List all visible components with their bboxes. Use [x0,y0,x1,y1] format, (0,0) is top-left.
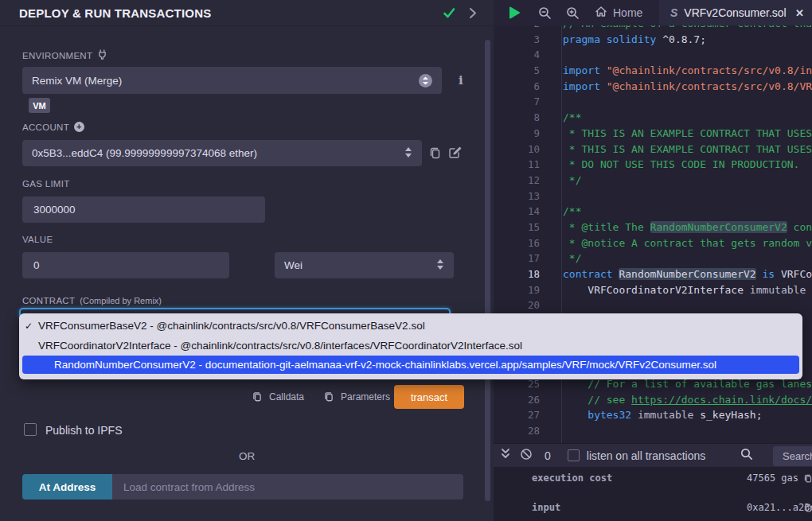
home-icon [595,6,607,20]
code-line[interactable]: 13 [494,189,812,204]
line-number: 2 [494,25,546,32]
account-select[interactable]: 0x5B3...eddC4 (99.99999999997374068 ethe… [22,140,422,166]
code-line[interactable]: 20 [494,297,812,313]
code-line[interactable]: 14/** [494,204,812,220]
code-segment: * @notice A contract that gets random va… [563,237,812,249]
code-segment: * @title The [563,221,650,233]
copy-calldata-icon[interactable] [252,391,263,405]
zoom-in-icon[interactable] [566,6,580,23]
code-text: contract RandomNumberConsumerV2 is VRFCo… [546,266,812,282]
code-segment: // For a list of available gas lanes on … [563,378,812,390]
at-address-button[interactable]: At Address [22,474,112,500]
terminal-bar: 0 listen on all transactions [494,443,812,467]
code-segment: RandomNumberConsumerV2 [650,221,787,233]
code-segment: RandomNumberConsumerV2 [619,268,755,280]
code-line[interactable]: 11 * DO NOT USE THIS CODE IN PRODUCTION. [494,157,812,173]
terminal-search-input[interactable] [781,449,812,463]
transact-button[interactable]: transact [394,385,464,409]
code-line[interactable]: 4 [494,47,812,63]
calldata-label[interactable]: Calldata [269,391,304,402]
listen-all-checkbox[interactable] [568,449,580,461]
gas-limit-input[interactable] [32,203,256,216]
code-line[interactable]: 8/** [494,110,812,126]
value-label-text: VALUE [22,235,53,244]
line-number: 8 [494,110,546,126]
publish-ipfs-label: Publish to IPFS [45,424,123,437]
code-line[interactable]: 5import "@chainlink/contracts/src/v0.8/i… [494,63,812,79]
code-segment: https://docs.chain.link/docs/vrf-contrac… [631,394,812,406]
line-number: 5 [494,63,546,79]
tab-home[interactable]: Home [585,0,652,25]
environment-select[interactable]: Remix VM (Merge) [22,67,442,94]
value-unit: Wei [284,259,303,271]
code-text [546,297,563,313]
zoom-out-icon[interactable] [538,6,552,23]
code-line[interactable]: 17 */ [494,251,812,266]
clear-console-icon[interactable] [520,448,533,464]
copy-account-icon[interactable] [428,146,442,162]
info-icon[interactable]: i [459,73,463,87]
contract-option[interactable]: ✓VRFConsumerBaseV2 - @chainlink/contract… [19,316,802,336]
code-segment: VRFCoordinatorV2Interface [563,284,750,296]
code-segment: is [756,268,781,280]
publish-ipfs-checkbox[interactable] [24,423,37,436]
copy-parameters-icon[interactable] [323,391,334,405]
line-number: 16 [494,235,546,251]
code-line[interactable]: 2// An example of a consumer contract th… [494,25,812,32]
code-line[interactable]: 6import "@chainlink/contracts/src/v0.8/V… [494,79,812,95]
deploy-run-panel: DEPLOY & RUN TRANSACTIONS ENVIRONMENT Re… [0,0,494,521]
expand-terminal-icon[interactable] [500,448,511,463]
code-text: */ [546,173,581,189]
code-segment: */ [563,252,581,264]
parameters-label[interactable]: Parameters [341,391,390,402]
plug-icon [97,49,107,61]
code-text [546,423,563,439]
code-line[interactable]: 19 VRFCoordinatorV2Interface immutable C… [494,282,812,298]
code-line[interactable]: 16 * @notice A contract that gets random… [494,235,812,251]
at-address-field [112,474,463,500]
contract-option[interactable]: RandomNumberConsumerV2 - documentation-g… [22,356,799,374]
copy-value-icon[interactable] [803,473,812,485]
select-arrows-icon [436,259,444,273]
code-text: // An example of a consumer contract tha… [546,25,812,32]
code-line[interactable]: 12 */ [494,173,812,189]
line-number: 18 [494,266,546,282]
line-number: 19 [494,282,546,298]
contract-option[interactable]: VRFCoordinatorV2Interface - @chainlink/c… [19,336,802,356]
value-input[interactable] [32,259,220,272]
run-script-icon[interactable] [507,6,521,23]
code-segment: pragma solidity [563,33,662,45]
code-text: * @notice A contract that gets random va… [546,235,812,251]
code-line[interactable]: 10 * THIS IS AN EXAMPLE CONTRACT THAT US… [494,142,812,157]
code-line[interactable]: 3pragma solidity ^0.8.7; [494,32,812,48]
at-address-input[interactable] [122,480,454,494]
line-number: 11 [494,157,546,173]
code-line[interactable]: 7 [494,94,812,110]
code-segment: /** [563,205,581,217]
value-unit-select[interactable]: Wei [275,252,454,278]
edit-account-icon[interactable] [448,146,463,162]
code-line[interactable]: 28 [494,423,812,439]
close-tab-icon[interactable]: ✕ [795,7,804,19]
copy-value-icon[interactable] [803,503,812,515]
code-line[interactable]: 15 * @title The RandomNumberConsumerV2 c… [494,220,812,235]
code-line[interactable]: 26 // see https://docs.chain.link/docs/v… [494,392,812,408]
add-account-icon[interactable]: + [74,122,84,132]
line-number: 7 [494,94,546,110]
line-number: 3 [494,32,546,48]
code-line[interactable]: 27 bytes32 immutable s_keyHash; [494,407,812,423]
code-text: import "@chainlink/contracts/src/v0.8/in… [546,63,812,79]
code-editor[interactable]: 2// An example of a consumer contract th… [494,25,812,443]
line-number: 13 [494,189,546,204]
tab-vrfv2consumer[interactable]: S VRFv2Consumer.sol ✕ [659,0,812,25]
chevron-right-icon[interactable] [468,7,478,22]
code-line[interactable]: 9 * THIS IS AN EXAMPLE CONTRACT THAT USE… [494,126,812,142]
panel-scrollbar[interactable] [485,40,490,501]
code-segment: contract [787,221,812,233]
terminal-row-label: execution cost [532,472,612,484]
code-segment: * THIS IS AN EXAMPLE CONTRACT THAT USES … [563,143,812,155]
terminal-output[interactable]: execution cost47565 gasinput0xa21...a23e… [494,467,812,521]
line-number: 10 [494,142,546,157]
code-line[interactable]: 18contract RandomNumberConsumerV2 is VRF… [494,266,812,282]
value-label: VALUE [22,235,53,244]
